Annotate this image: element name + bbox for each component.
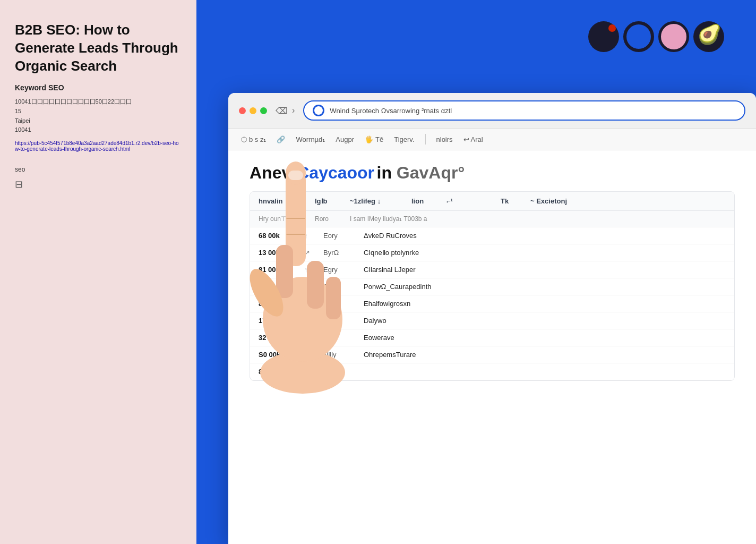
td-arrow: ↑ [304, 334, 315, 342]
table-row: 13 00k ↗ ByrΩ CIqneⅡo ptolynrke [250, 244, 734, 261]
subh-1: Hry oun⊤ [259, 215, 306, 223]
th-excietonj: ~ Excietonj [530, 197, 726, 205]
td-name: Egry [323, 266, 355, 274]
toolbar-item-tiger[interactable]: Tigerv. [394, 135, 414, 143]
td-desc: CIlarsinal LJeper [364, 266, 726, 274]
toolbar-icon-hand: 🖐 [365, 135, 373, 143]
browser-content: Anev. Caycaoor in GavAqr° hnvalin IgⅠb ~… [228, 150, 756, 394]
th-hnvalin: hnvalin [259, 197, 306, 205]
table-row: 17 00k ↑ RyIg Dalywo [250, 312, 734, 329]
toolbar-item-nloirs[interactable]: nloirs [436, 135, 453, 143]
sidebar-keyword: Keyword SEO [15, 83, 182, 92]
circle-dark-2: 🥑 [693, 21, 724, 52]
tl-red[interactable] [239, 107, 246, 114]
td-num: 13 00k [259, 249, 296, 257]
toolbar-label-te: Tē [375, 135, 383, 143]
sidebar-tag: seo [15, 166, 182, 173]
toolbar-item-1[interactable]: ⬡ b s z₁ [241, 135, 266, 143]
td-desc: Dalywo [364, 317, 726, 325]
td-desc: PonwΩ_Caurapedinth [364, 283, 726, 291]
toolbar-icon-2: 🔗 [277, 135, 285, 143]
td-arrow: ↑ [304, 351, 315, 359]
td-name: ByIg [323, 283, 355, 291]
sidebar-tag-icon: ⊟ [15, 178, 182, 190]
td-num: 32 00k [259, 334, 296, 342]
td-name: Nilly [323, 351, 355, 359]
td-desc: ΔvkeD RuCroves [364, 232, 726, 240]
th-lion: lion [411, 197, 438, 205]
td-num: 82 00k [259, 300, 296, 308]
traffic-lights [239, 107, 267, 114]
table-row: 80 00k ↑ ByIg PonwΩ_Caurapedinth [250, 278, 734, 295]
address-circle-icon [313, 105, 324, 116]
heading-prefix: Anev. [250, 163, 295, 182]
main-area: 🥑 ⌫ › Wnind Sµrotech Ωvsarrowing ²rnats … [196, 0, 756, 544]
toolbar-label-aral: ↩ Aral [463, 135, 483, 143]
tl-yellow[interactable] [250, 107, 256, 114]
address-bar[interactable]: Wnind Sµrotech Ωvsarrowing ²rnats αztl [303, 100, 745, 121]
toolbar-item-worm[interactable]: Worrnµd₁ [296, 135, 325, 143]
td-arrow: ↗ [304, 249, 315, 257]
td-num: S0 00k [259, 351, 296, 359]
browser-toolbar: ⬡ b s z₁ 🔗 Worrnµd₁ Augpr 🖐 Tē Tigerv. n… [228, 129, 756, 150]
table-header: hnvalin IgⅠb ~1zlifeg ↓ lion ⌐¹ Tk ~ Exc… [250, 192, 734, 211]
sidebar-title: B2B SEO: How to Generate Leads Through O… [15, 21, 182, 75]
table-row: 82 00k ↑ Bury Ehalfowigrosxn [250, 295, 734, 312]
table-subheader: Hry oun⊤ Roro I sam IMey iludya₁ T003b a [250, 211, 734, 227]
toolbar-label-1: b s z₁ [249, 135, 266, 143]
td-num: 8F 00k [259, 368, 296, 376]
toolbar-item-2[interactable]: 🔗 [277, 135, 285, 143]
td-name: ByrΩ [323, 249, 355, 257]
browser-nav: ⌫ › [276, 106, 295, 116]
subh-2: Roro [315, 215, 341, 223]
table-row: 8F 00k ↑ [250, 363, 734, 380]
th-zlifeg: ~1zlifeg ↓ [350, 197, 403, 205]
sidebar-meta: 10041囗囗囗囗囗囗囗囗囗囗囗50囗22囗囗囗 15 Taipei 10041 [15, 97, 182, 134]
td-name: RyIg [323, 317, 355, 325]
top-decoration: 🥑 [588, 21, 724, 52]
th-tk: Tk [501, 197, 522, 205]
toolbar-label-tiger: Tigerv. [394, 135, 414, 143]
toolbar-label-nloirs: nloirs [436, 135, 453, 143]
td-arrow: ↑ [304, 232, 315, 240]
circle-dark-1 [588, 21, 619, 52]
data-table: hnvalin IgⅠb ~1zlifeg ↓ lion ⌐¹ Tk ~ Exc… [250, 191, 735, 381]
td-num: 80 00k [259, 283, 296, 291]
toolbar-item-augpr[interactable]: Augpr [336, 135, 354, 143]
td-num: 17 00k [259, 317, 296, 325]
td-desc: Ehalfowigrosxn [364, 300, 726, 308]
table-row: 81 00k ↑ Egry CIlarsinal LJeper [250, 261, 734, 278]
td-arrow: ↑ [304, 266, 315, 274]
browser-chrome: ⌫ › Wnind Sµrotech Ωvsarrowing ²rnats αz… [228, 93, 756, 129]
browser-window: ⌫ › Wnind Sµrotech Ωvsarrowing ²rnats αz… [228, 93, 756, 544]
td-desc: CIqneⅡo ptolynrke [364, 249, 726, 257]
td-name: Eory [323, 232, 355, 240]
address-text: Wnind Sµrotech Ωvsarrowing ²rnats αztl [330, 107, 736, 115]
table-row: 32 00k ↑ Bory Eowerave [250, 329, 734, 346]
td-name: Bury [323, 300, 355, 308]
avocado-icon: 🥑 [698, 23, 721, 46]
heading-end: GavAqr° [397, 163, 465, 182]
toolbar-item-te[interactable]: 🖐 Tē [365, 135, 383, 143]
heading-suffix: in [377, 163, 397, 182]
nav-back-icon[interactable]: ⌫ [276, 106, 288, 116]
table-row: 68 00k ↑ Eory ΔvkeD RuCroves [250, 227, 734, 244]
th-arrow: ⌐¹ [446, 197, 462, 205]
circle-blue-outline [623, 21, 654, 52]
sidebar-url[interactable]: https://pub-5c454f571b8e40a3a2aad27ade84… [15, 140, 182, 152]
td-arrow: ↑ [304, 368, 315, 376]
tl-green[interactable] [260, 107, 267, 114]
td-desc: OhrepemsTurare [364, 351, 726, 359]
td-name: Bory [323, 334, 355, 342]
toolbar-icon-1: ⬡ [241, 135, 247, 143]
toolbar-item-aral[interactable]: ↩ Aral [463, 135, 483, 143]
sidebar: B2B SEO: How to Generate Leads Through O… [0, 0, 196, 544]
nav-forward-icon[interactable]: › [292, 106, 295, 115]
td-arrow: ↑ [304, 283, 315, 291]
th-igtb: IgⅠb [315, 197, 341, 205]
circle-pink [658, 21, 689, 52]
page-heading-area: Anev. Caycaoor in GavAqr° [250, 163, 735, 183]
td-arrow: ↑ [304, 317, 315, 325]
td-num: 68 00k [259, 232, 296, 240]
td-num: 81 00k [259, 266, 296, 274]
